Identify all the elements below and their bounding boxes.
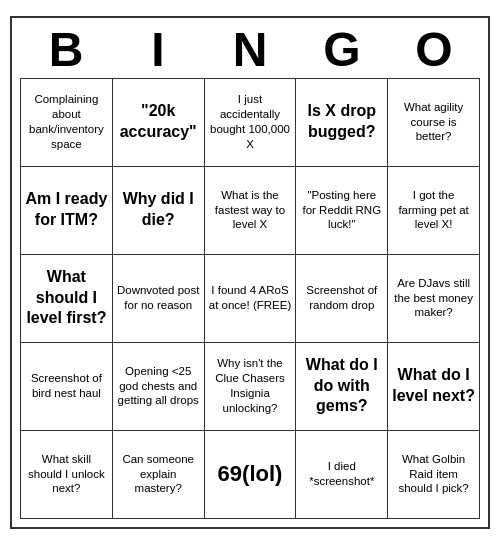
bingo-cell-0: Complaining about bank/inventory space [21,79,113,167]
bingo-cell-22: 69(lol) [205,431,297,519]
bingo-cell-6: Why did I die? [113,167,205,255]
letter-b: B [22,26,110,74]
bingo-cell-11: Downvoted post for no reason [113,255,205,343]
bingo-cell-18: What do I do with gems? [296,343,388,431]
bingo-cell-23: I died *screenshot* [296,431,388,519]
bingo-cell-7: What is the fastest way to level X [205,167,297,255]
bingo-cell-21: Can someone explain mastery? [113,431,205,519]
bingo-cell-9: I got the farming pet at level X! [388,167,480,255]
letter-i: I [114,26,202,74]
bingo-cell-24: What Golbin Raid item should I pick? [388,431,480,519]
bingo-cell-19: What do I level next? [388,343,480,431]
bingo-cell-4: What agility course is better? [388,79,480,167]
bingo-cell-20: What skill should I unlock next? [21,431,113,519]
bingo-cell-2: I just accidentally bought 100,000 X [205,79,297,167]
letter-n: N [206,26,294,74]
bingo-cell-5: Am I ready for ITM? [21,167,113,255]
bingo-cell-15: Screenshot of bird nest haul [21,343,113,431]
bingo-cell-17: Why isn't the Clue Chasers Insignia unlo… [205,343,297,431]
bingo-cell-12: I found 4 ARoS at once! (FREE) [205,255,297,343]
bingo-title: B I N G O [20,26,480,74]
bingo-cell-3: Is X drop bugged? [296,79,388,167]
bingo-cell-10: What should I level first? [21,255,113,343]
bingo-grid: Complaining about bank/inventory space"2… [20,78,480,519]
bingo-cell-8: "Posting here for Reddit RNG luck!" [296,167,388,255]
bingo-cell-13: Screenshot of random drop [296,255,388,343]
bingo-cell-16: Opening <25 god chests and getting all d… [113,343,205,431]
bingo-cell-1: "20k accuracy" [113,79,205,167]
letter-g: G [298,26,386,74]
bingo-cell-14: Are DJavs still the best money maker? [388,255,480,343]
bingo-card: B I N G O Complaining about bank/invento… [10,16,490,529]
letter-o: O [390,26,478,74]
